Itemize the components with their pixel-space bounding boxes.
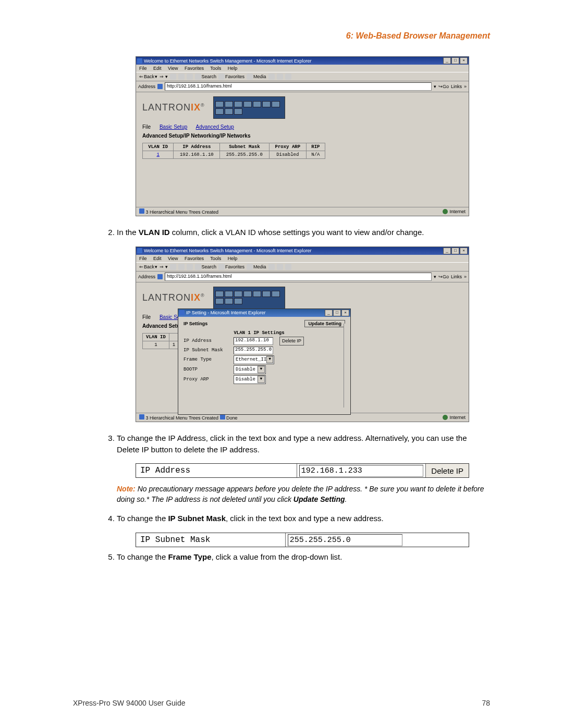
history-icon[interactable] — [268, 73, 275, 80]
minimize-icon[interactable]: _ — [443, 57, 451, 64]
maximize-icon[interactable]: □ — [451, 248, 459, 254]
search-button[interactable]: Search — [195, 264, 217, 270]
frame-type-select[interactable]: Ethernet_II▼ — [234, 355, 274, 364]
menu-help[interactable]: Help — [228, 256, 238, 261]
home-icon[interactable] — [187, 264, 193, 270]
subnet-mask-input[interactable] — [288, 534, 403, 546]
print-icon[interactable] — [285, 73, 291, 80]
step-5: To change the Frame Type, click a value … — [117, 551, 490, 563]
menu-favorites[interactable]: Favorites — [185, 256, 204, 261]
app-menu-basic[interactable]: Basic Setup — [160, 124, 187, 130]
ip-address-label: IP Address — [136, 464, 297, 477]
stop-icon[interactable] — [170, 264, 176, 270]
home-icon[interactable] — [187, 73, 193, 80]
refresh-icon[interactable] — [178, 73, 185, 80]
cell-rip: N/A — [306, 151, 325, 159]
menu-edit[interactable]: Edit — [153, 66, 162, 71]
bootp-label: BOOTP — [183, 367, 230, 372]
ie-icon — [137, 248, 142, 253]
chevron-down-icon[interactable]: ▼ — [258, 366, 265, 373]
subnet-mask-label: IP Subnet Mask — [183, 348, 230, 353]
menu-help[interactable]: Help — [228, 66, 238, 71]
media-button[interactable]: Media — [247, 264, 266, 270]
zone-label: Internet — [449, 209, 466, 214]
menubar[interactable]: File Edit View Favorites Tools Help — [136, 65, 469, 72]
minimize-icon[interactable]: _ — [443, 248, 451, 254]
menu-favorites[interactable]: Favorites — [185, 66, 204, 71]
refresh-icon[interactable] — [178, 264, 185, 270]
maximize-icon[interactable]: □ — [333, 310, 341, 316]
ip-address-input[interactable]: 192.168.1.10 — [234, 337, 273, 345]
titlebar: Welcome to Ethernet Networks Switch Mana… — [136, 57, 469, 65]
addr-dropdown-icon[interactable]: ▾ — [434, 84, 436, 89]
close-icon[interactable]: × — [460, 248, 468, 254]
close-icon[interactable]: × — [341, 310, 349, 316]
mail-icon[interactable] — [277, 264, 283, 270]
menu-view[interactable]: View — [168, 66, 178, 71]
menu-tools[interactable]: Tools — [210, 66, 221, 71]
links-label[interactable]: Links — [451, 84, 462, 89]
favorites-button[interactable]: Favorites — [218, 264, 244, 270]
window-controls[interactable]: _□× — [324, 310, 349, 316]
stop-icon[interactable] — [170, 73, 176, 80]
menu-file[interactable]: File — [139, 66, 147, 71]
window-controls[interactable]: _□× — [443, 57, 468, 64]
address-label: Address — [138, 84, 155, 89]
links-label[interactable]: Links — [451, 274, 462, 279]
forward-button[interactable]: ⇒ ▾ — [160, 74, 168, 79]
app-menu-file[interactable]: File — [142, 124, 151, 130]
th-arp: Proxy ARP — [269, 143, 306, 151]
minimize-icon[interactable]: _ — [325, 310, 333, 316]
menu-file[interactable]: File — [139, 256, 147, 261]
go-button[interactable]: ↪Go — [438, 274, 449, 279]
device-image — [213, 287, 285, 309]
menubar[interactable]: File Edit View Favorites Tools Help — [136, 255, 469, 262]
favorites-button[interactable]: Favorites — [218, 73, 244, 80]
footer-title: XPress-Pro SW 94000 User Guide — [73, 699, 186, 707]
chevron-down-icon[interactable]: ▼ — [258, 376, 265, 383]
ip-address-input[interactable] — [299, 465, 424, 477]
bootp-select[interactable]: Disable▼ — [234, 365, 266, 374]
search-button[interactable]: Search — [195, 73, 217, 80]
vlan-link[interactable]: 1 — [154, 342, 157, 348]
menu-tools[interactable]: Tools — [210, 256, 221, 261]
addr-dropdown-icon[interactable]: ▾ — [434, 274, 436, 279]
mail-icon[interactable] — [277, 73, 283, 80]
menu-view[interactable]: View — [168, 256, 178, 261]
history-icon[interactable] — [268, 264, 275, 270]
th-rip: RIP — [306, 143, 325, 151]
delete-ip-button[interactable]: Delete IP — [425, 464, 469, 477]
media-button[interactable]: Media — [247, 73, 266, 80]
window-controls[interactable]: _□× — [443, 248, 468, 254]
subnet-mask-strip: IP Subnet Mask — [136, 533, 469, 547]
close-icon[interactable]: × — [460, 57, 468, 64]
back-button[interactable]: ⇐ Back ▾ — [139, 74, 157, 79]
page-content: LANTRONIX® File Basic Setup Advanced Set… — [136, 282, 469, 413]
vlan-link[interactable]: 1 — [157, 152, 160, 157]
maximize-icon[interactable]: □ — [451, 57, 459, 64]
subnet-mask-input[interactable]: 255.255.255.0 — [234, 347, 273, 354]
menu-edit[interactable]: Edit — [153, 256, 162, 261]
page-content: LANTRONIX® File Basic Setup Advanced Set… — [136, 92, 469, 207]
print-icon[interactable] — [285, 264, 291, 270]
address-bar: Address http://192.168.1.10/frames.html … — [136, 81, 469, 92]
status-icon — [139, 414, 144, 419]
address-input[interactable]: http://192.168.1.10/frames.html — [165, 82, 432, 91]
scrollbar[interactable] — [344, 324, 350, 408]
back-button[interactable]: ⇐ Back ▾ — [139, 264, 157, 269]
delete-ip-button[interactable]: Delete IP — [279, 337, 304, 346]
update-setting-button[interactable]: Update Setting — [304, 320, 345, 327]
chevron-down-icon[interactable]: ▼ — [266, 356, 273, 363]
forward-button[interactable]: ⇒ ▾ — [160, 264, 168, 269]
app-menu-advanced[interactable]: Advanced Setup — [196, 124, 234, 130]
globe-icon — [443, 209, 448, 214]
proxy-arp-select[interactable]: Disable▼ — [234, 375, 266, 384]
go-button[interactable]: ↪Go — [438, 84, 449, 89]
app-menus: File Basic Setup Advanced Setup — [136, 123, 469, 131]
status-icon — [139, 208, 144, 214]
app-menu-file[interactable]: File — [142, 314, 151, 320]
breadcrumb: Advanced Setup/IP Networking/IP Networks — [136, 131, 469, 141]
th-ip: IP Address — [174, 143, 220, 151]
page-icon — [157, 84, 163, 89]
address-input[interactable]: http://192.168.1.10/frames.html — [165, 273, 432, 281]
